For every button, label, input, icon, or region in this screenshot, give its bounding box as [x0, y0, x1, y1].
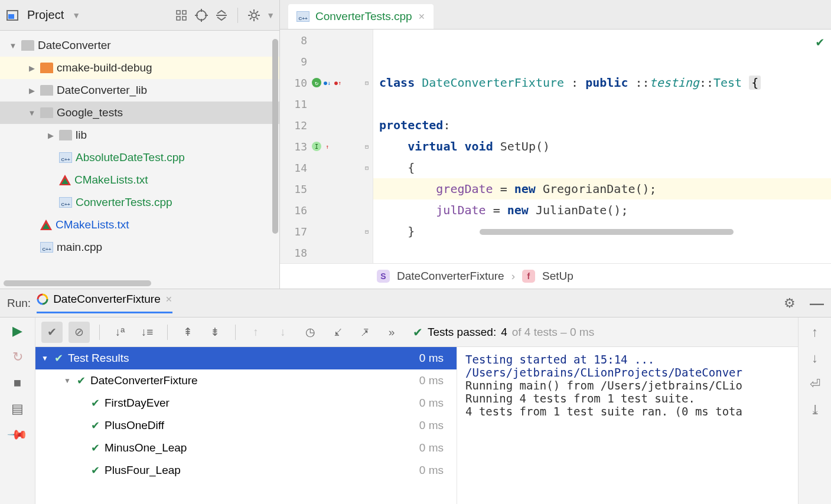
inspection-ok-icon[interactable]: ✔ [816, 34, 824, 49]
tests-passed-status: ✔ Tests passed: 4 of 4 tests – 0 ms [413, 325, 594, 339]
history-icon[interactable]: ◷ [299, 322, 321, 343]
duration: 0 ms [419, 419, 444, 432]
rerun-failed-icon[interactable]: ↻ [12, 349, 23, 365]
editor-gutter[interactable]: 8910↻●↓●↑⊟111213I↑⊟14⊟151617⊟18 [280, 30, 373, 263]
scrollbar-thumb[interactable] [272, 39, 278, 234]
show-ignored-icon[interactable]: ⊘ [69, 322, 90, 343]
run-header: Run: DateConverterFixture ✕ ⚙ — [0, 289, 831, 318]
tree-item-label: lib [76, 129, 87, 142]
sort-icon[interactable]: ↓ª [109, 322, 131, 343]
test-name: MinusOne_Leap [105, 441, 187, 454]
tree-item[interactable]: CMakeLists.txt [0, 169, 279, 191]
project-tree[interactable]: ▼DateConverter▶cmake-build-debug▶DateCon… [0, 31, 279, 289]
prev-icon[interactable]: ↑ [245, 322, 266, 343]
test-item[interactable]: ✔FirstDayEver0 ms [35, 392, 457, 414]
close-tab-icon[interactable]: ✕ [418, 12, 425, 21]
tree-item-label: DateConverter [38, 39, 111, 52]
svg-rect-3 [183, 11, 186, 14]
collapse-all-icon[interactable] [214, 8, 229, 23]
svg-point-6 [197, 11, 206, 20]
import-icon[interactable]: ⭹ [327, 322, 348, 343]
test-name: FirstDayEver [105, 397, 170, 410]
soft-wrap-icon[interactable]: ⏎ [810, 377, 820, 392]
chevron-right-icon[interactable]: ▶ [27, 64, 37, 73]
svg-line-19 [250, 18, 252, 19]
breadcrumb-struct[interactable]: DateConverterFixture [397, 270, 504, 283]
gear-icon[interactable]: ⚙ [784, 296, 796, 311]
tree-item[interactable]: ▶DateConverter_lib [0, 79, 279, 102]
tree-item[interactable]: ▶lib [0, 124, 279, 146]
chevron-right-icon: › [511, 270, 515, 283]
run-label: Run: [7, 297, 31, 310]
expand-all-icon[interactable]: ⇞ [177, 322, 198, 343]
folder-icon [40, 107, 53, 118]
test-name: PlusOneDiff [105, 419, 164, 432]
check-icon: ✔ [77, 374, 86, 387]
select-opened-file-icon[interactable] [174, 8, 189, 23]
test-item[interactable]: ✔PlusOneDiff0 ms [35, 414, 457, 437]
scrollbar-thumb[interactable] [4, 280, 151, 286]
chevron-right-icon[interactable]: ▶ [27, 86, 37, 95]
tp-suffix: of 4 tests – 0 ms [512, 326, 594, 339]
check-icon: ✔ [413, 325, 423, 339]
up-icon[interactable]: ↑ [812, 325, 818, 340]
breadcrumb-func[interactable]: SetUp [542, 270, 573, 283]
project-label[interactable]: Project [27, 8, 64, 22]
tree-item[interactable]: C++ConverterTests.cpp [0, 191, 279, 214]
test-item[interactable]: ✔PlusFour_Leap0 ms [35, 459, 457, 482]
test-results-tree[interactable]: ▼ ✔ Test Results 0 ms ▼ ✔ DateConverterF… [35, 347, 457, 504]
minimize-icon[interactable]: — [810, 295, 824, 312]
console-line: /Users/jetbrains/CLionProjects/DateConve… [465, 366, 790, 379]
more-icon[interactable]: » [381, 322, 402, 343]
console-output[interactable]: Testing started at 15:14 ... /Users/jetb… [457, 347, 798, 504]
project-view-icon[interactable] [5, 8, 20, 23]
gear-icon[interactable] [246, 8, 262, 23]
sort-by-duration-icon[interactable]: ↓≡ [136, 322, 158, 343]
project-sidebar: Project ▼ ▼ ▼DateConverter▶cmake-build-d… [0, 0, 280, 289]
chevron-down-icon[interactable]: ▼ [266, 11, 275, 20]
svg-rect-1 [8, 14, 14, 19]
chevron-right-icon[interactable]: ▶ [46, 131, 56, 140]
suite-label: DateConverterFixture [90, 374, 198, 387]
stop-icon[interactable]: ■ [14, 375, 21, 391]
function-badge-icon: f [522, 270, 535, 283]
tree-item-label: CMakeLists.txt [74, 174, 148, 186]
svg-line-18 [256, 18, 258, 19]
pin-icon[interactable]: 📌 [6, 424, 28, 446]
target-icon[interactable] [194, 8, 209, 23]
tree-item[interactable]: CMakeLists.txt [0, 214, 279, 236]
duration: 0 ms [419, 397, 444, 410]
next-icon[interactable]: ↓ [272, 322, 294, 343]
tree-item[interactable]: C++AbsoluteDateTest.cpp [0, 146, 279, 169]
scroll-to-end-icon[interactable]: ⤓ [810, 402, 820, 418]
folder-icon [21, 40, 34, 51]
export-icon[interactable]: ⭷ [354, 322, 375, 343]
check-icon: ✔ [91, 441, 100, 454]
test-suite[interactable]: ▼ ✔ DateConverterFixture 0 ms [35, 369, 457, 392]
tree-item-label: cmake-build-debug [57, 61, 152, 74]
run-tab[interactable]: DateConverterFixture ✕ [37, 293, 172, 313]
test-item[interactable]: ✔MinusOne_Leap0 ms [35, 437, 457, 459]
run-icon[interactable]: ▶ [12, 323, 22, 339]
tree-item[interactable]: C++main.cpp [0, 236, 279, 258]
chevron-down-icon[interactable]: ▼ [27, 109, 37, 117]
layout-icon[interactable]: ▤ [11, 401, 24, 417]
collapse-all-icon[interactable]: ⇟ [204, 322, 226, 343]
close-tab-icon[interactable]: ✕ [165, 294, 172, 304]
struct-badge-icon: S [377, 270, 390, 283]
cpp-file-icon: C++ [40, 242, 53, 253]
show-passed-icon[interactable]: ✔ [41, 322, 63, 343]
test-root[interactable]: ▼ ✔ Test Results 0 ms [35, 347, 457, 369]
down-icon[interactable]: ↓ [812, 351, 818, 366]
tree-item[interactable]: ▼DateConverter [0, 34, 279, 57]
chevron-down-icon[interactable]: ▼ [8, 41, 18, 50]
tp-count: 4 [501, 326, 507, 339]
tree-item[interactable]: ▼Google_tests [0, 102, 279, 124]
editor-hscroll[interactable] [472, 229, 831, 236]
tree-item[interactable]: ▶cmake-build-debug [0, 57, 279, 79]
duration: 0 ms [419, 374, 444, 387]
breadcrumb[interactable]: S DateConverterFixture › f SetUp [280, 263, 831, 289]
chevron-down-icon[interactable]: ▼ [72, 11, 80, 20]
code-area[interactable]: ✔ class DateConverterFixture : public ::… [373, 30, 831, 263]
editor-tab[interactable]: C++ ConverterTests.cpp ✕ [288, 4, 434, 29]
